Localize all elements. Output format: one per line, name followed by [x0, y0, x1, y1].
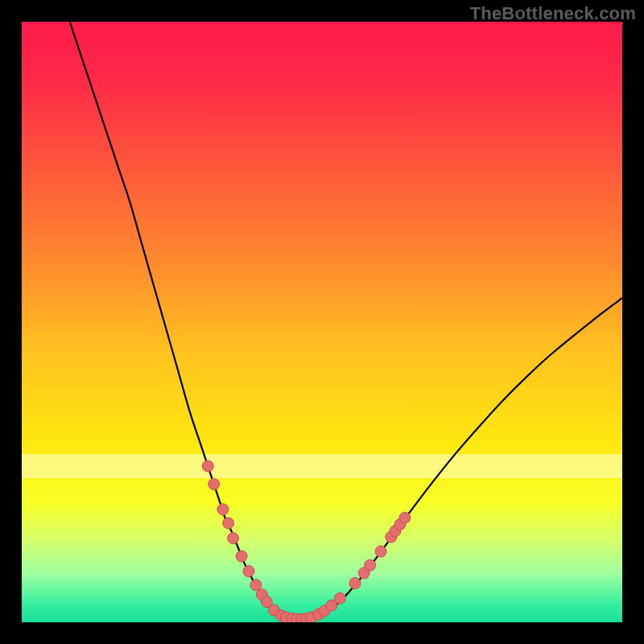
scatter-dot: [243, 566, 254, 577]
scatter-dot: [223, 518, 234, 529]
chart-frame: TheBottleneck.com: [0, 0, 644, 644]
pale-band: [22, 454, 622, 478]
scatter-dot: [349, 578, 361, 589]
scatter-dot: [228, 533, 239, 544]
scatter-dot: [236, 551, 247, 562]
scatter-dot: [399, 512, 411, 523]
scatter-dot: [217, 504, 229, 515]
plot-area: [22, 22, 622, 622]
scatter-dot: [334, 592, 345, 604]
bottleneck-chart: [22, 22, 622, 622]
scatter-dot: [208, 478, 220, 489]
gradient-background: [22, 22, 622, 622]
scatter-dot: [375, 546, 386, 557]
scatter-dot: [365, 559, 376, 571]
scatter-dot: [202, 460, 213, 472]
